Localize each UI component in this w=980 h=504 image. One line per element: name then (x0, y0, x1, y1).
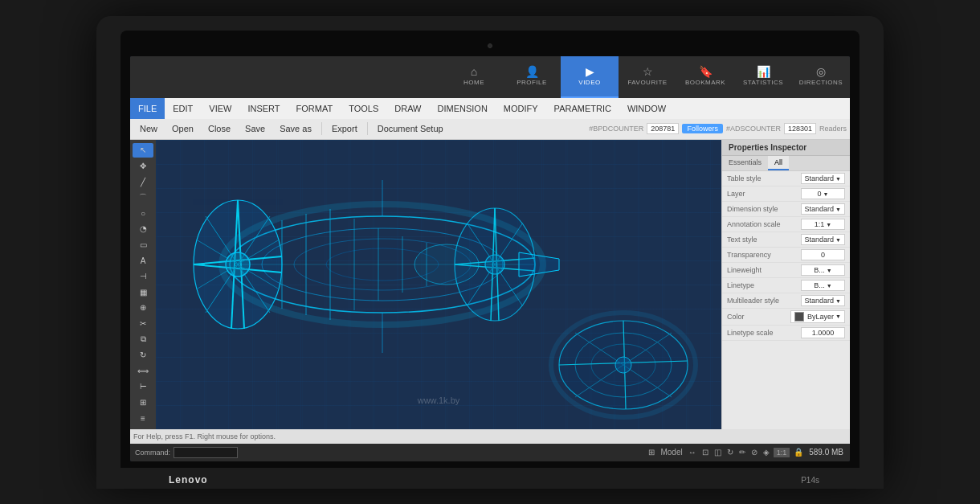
bpdcounter-label: #BPDCOUNTER (589, 125, 643, 133)
toolbar-saveas[interactable]: Save as (273, 122, 318, 135)
toolbar-close[interactable]: Close (202, 122, 237, 135)
value-tablestyle[interactable]: Standard (801, 173, 845, 184)
nav-video[interactable]: ▶ VIDEO (561, 56, 619, 98)
tool-pan[interactable]: ✥ (133, 158, 153, 174)
model-icon[interactable]: ⊞ (647, 447, 656, 457)
value-layer[interactable]: 0 (801, 188, 845, 199)
toolbar-new[interactable]: New (133, 122, 164, 135)
value-annotationscale[interactable]: 1:1 (801, 219, 845, 230)
osnap-icon[interactable]: ⊘ (749, 447, 759, 457)
command-input[interactable] (174, 447, 238, 458)
laptop-outer: ⌂ HOME 👤 PROFILE ▶ VIDEO ☆ FAVOURITE 🔖 (96, 16, 884, 489)
model-label: Model (659, 447, 684, 457)
toolbar-docsetup[interactable]: Document Setup (371, 122, 450, 135)
nav-bookmark[interactable]: 🔖 BOOKMARK (676, 56, 734, 98)
counter-group: #BPDCOUNTER 208781 Followers #ADSCOUNTER… (589, 123, 847, 134)
left-toolbar: ↖ ✥ ╱ ⌒ ○ ◔ ▭ A ⊣ ▦ ⊕ ✂ ⧉ ↻ ⟺ ⊢ ⊞ (130, 140, 156, 429)
brand-label: Lenovo (169, 474, 208, 486)
polar-icon[interactable]: ✏ (737, 447, 747, 457)
value-dimstyle[interactable]: Standard (801, 203, 845, 215)
value-linetypescale[interactable]: 1.0000 (801, 327, 845, 338)
tool-properties[interactable]: ≡ (133, 411, 153, 426)
menu-window[interactable]: WINDOW (619, 98, 674, 119)
tool-rotate[interactable]: ↻ (133, 347, 153, 363)
status-icons: ⊞ Model ↔ ⊡ ◫ ↻ ✏ ⊘ ◈ 1:1 🔒 589.0 MB (647, 447, 845, 457)
toolbar-export[interactable]: Export (325, 122, 364, 135)
menu-draw[interactable]: DRAW (386, 98, 429, 119)
tool-select[interactable]: ↖ (133, 143, 153, 158)
scale-badge: 1:1 (774, 448, 790, 457)
panel-tab-all[interactable]: All (768, 156, 789, 170)
tool-mirror[interactable]: ⟺ (133, 363, 153, 379)
menu-parametric[interactable]: PARAMETRIC (546, 98, 619, 119)
panel-tab-essentials[interactable]: Essentials (722, 156, 768, 170)
value-multileaderstyle[interactable]: Standard (801, 295, 845, 306)
tool-layers[interactable]: ⊞ (133, 395, 153, 410)
nav-favourite[interactable]: ☆ FAVOURITE (619, 56, 676, 98)
nav-directions[interactable]: ◎ DIRECTIONS (792, 56, 850, 98)
tool-arc[interactable]: ◔ (133, 222, 153, 237)
menu-file[interactable]: FILE (130, 98, 165, 119)
value-color[interactable]: ByLayer (790, 310, 845, 323)
tool-polyline[interactable]: ⌒ (133, 190, 153, 205)
tool-zoom[interactable]: ⊕ (133, 301, 153, 316)
panel-row-annotationscale: Annotation scale 1:1 (722, 217, 850, 232)
menu-modify[interactable]: MODIFY (496, 98, 546, 119)
tool-erase[interactable]: ✂ (133, 316, 153, 331)
nav-profile[interactable]: 👤 PROFILE (503, 56, 561, 98)
menu-view[interactable]: VIEW (201, 98, 239, 119)
ortho-icon[interactable]: ↻ (725, 447, 735, 457)
tool-hatch[interactable]: ▦ (133, 285, 153, 300)
profile-icon: 👤 (525, 66, 539, 77)
otrack-icon[interactable]: ◈ (762, 447, 771, 457)
nav-statistics[interactable]: 📊 STATISTICS (734, 56, 792, 98)
value-lineweight[interactable]: B... (801, 264, 845, 276)
turbine-main-svg (156, 140, 721, 429)
home-icon: ⌂ (471, 66, 477, 77)
snap-icon[interactable]: ◫ (713, 447, 723, 457)
tool-rectangle[interactable]: ▭ (133, 237, 153, 252)
panel-row-color: Color ByLayer (722, 309, 850, 326)
panel-row-multileaderstyle: Multileader style Standard (722, 293, 850, 309)
nav-home-label: HOME (463, 79, 484, 86)
video-icon: ▶ (586, 66, 594, 77)
canvas-background: www.1k.by (156, 140, 721, 429)
tool-copy[interactable]: ⧉ (133, 332, 153, 347)
followers-badge: Followers (682, 124, 723, 133)
lock-icon[interactable]: 🔒 (792, 447, 805, 457)
statistics-icon: 📊 (757, 66, 770, 77)
panel-row-linetype: Linetype B... (722, 278, 850, 293)
svg-point-41 (615, 357, 631, 373)
tool-text[interactable]: A (133, 253, 153, 268)
value-linetype[interactable]: B... (801, 280, 845, 291)
menu-insert[interactable]: INSERT (239, 98, 288, 119)
toolbar-open[interactable]: Open (165, 122, 200, 135)
top-nav: ⌂ HOME 👤 PROFILE ▶ VIDEO ☆ FAVOURITE 🔖 (130, 56, 850, 98)
screen-bezel: ⌂ HOME 👤 PROFILE ▶ VIDEO ☆ FAVOURITE 🔖 (120, 31, 860, 468)
menu-edit[interactable]: EDIT (165, 98, 201, 119)
label-layer: Layer (727, 190, 801, 198)
menu-dimension[interactable]: DIMENSION (429, 98, 495, 119)
camera-area (130, 40, 850, 51)
toolbar-save[interactable]: Save (239, 122, 272, 135)
status-bar: Command: ⊞ Model ↔ ⊡ ◫ ↻ ✏ ⊘ ◈ 1:1 🔒 589… (130, 444, 850, 461)
tool-line[interactable]: ╱ (133, 174, 153, 190)
right-panel: Properties Inspector Essentials All Tabl… (721, 140, 850, 429)
favourite-icon: ☆ (643, 66, 653, 77)
value-transparency[interactable]: 0 (801, 249, 845, 260)
label-color: Color (727, 313, 790, 321)
grid-icon[interactable]: ⊡ (700, 447, 710, 457)
nav-statistics-label: STATISTICS (743, 79, 783, 86)
tool-circle[interactable]: ○ (133, 206, 153, 221)
menu-tools[interactable]: TOOLS (341, 98, 386, 119)
panel-title: Properties Inspector (722, 140, 850, 156)
tool-trim[interactable]: ⊢ (133, 379, 153, 395)
nav-home[interactable]: ⌂ HOME (445, 56, 503, 98)
menu-format[interactable]: FORMAT (288, 98, 341, 119)
file-size: 589.0 MB (807, 447, 845, 457)
panel-rows: Table style Standard Layer 0 Dimension s… (722, 171, 850, 341)
tool-dimension[interactable]: ⊣ (133, 268, 153, 284)
label-lineweight: Lineweight (727, 266, 801, 274)
value-textstyle[interactable]: Standard (801, 234, 845, 245)
canvas-area[interactable]: www.1k.by (156, 140, 721, 429)
